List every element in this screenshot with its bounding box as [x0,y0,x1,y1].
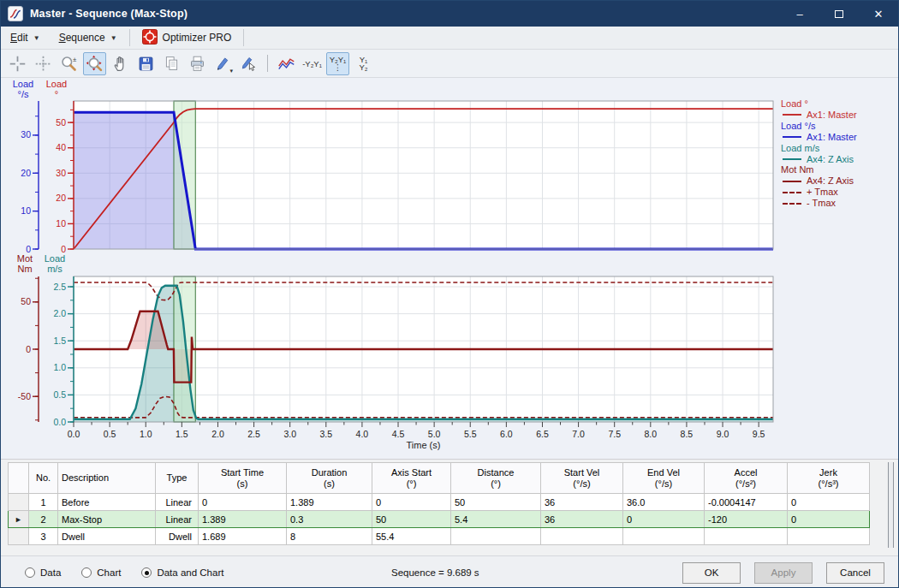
table-cell[interactable]: 1.689 [199,528,287,545]
legend-entry: + Tmax [781,187,857,198]
tracker-delta-icon[interactable] [32,52,55,75]
axis-title-load-s: Load°/s [7,80,39,99]
table-cell[interactable]: Linear [156,511,199,528]
table-cell[interactable]: 0 [788,511,870,528]
table-cell[interactable]: 2 [29,511,58,528]
column-header-duration[interactable]: Duration(s) [287,463,372,494]
column-header-start-vel[interactable]: Start Vel(°/s) [541,463,623,494]
axes-stacked-icon[interactable]: Y₂Y₁⋮ [326,52,349,75]
table-row[interactable]: 3DwellDwell1.689855.4 [9,528,870,545]
row-selector-cell[interactable]: ► [9,511,29,528]
table-cell[interactable]: Before [58,494,156,511]
table-cell[interactable] [623,528,705,545]
optimizer-pro-button[interactable]: Optimizer PRO [133,27,241,49]
table-cell[interactable]: 0 [372,494,451,511]
svg-text:3.5: 3.5 [319,429,332,439]
table-row[interactable]: ►2Max-StopLinear1.3890.3505.4360-1200 [9,511,870,528]
column-header-end-vel[interactable]: End Vel(°/s) [623,463,705,494]
ok-button[interactable]: OK [682,562,741,584]
axes-ratio-icon[interactable]: Y₁Y₂ [352,52,375,75]
legend-line-swatch [783,158,801,160]
table-cell[interactable]: Dwell [156,528,199,545]
print-icon[interactable] [186,52,209,75]
sequence-charts[interactable]: 0102030405001020300.00.51.01.52.02.5-500… [1,78,899,459]
menu-sequence[interactable]: Sequence▼ [50,27,127,49]
column-header-accel[interactable]: Accel(°/s²) [705,463,788,494]
table-cell[interactable]: 0 [623,511,705,528]
table-cell[interactable]: 50 [372,511,451,528]
table-cell[interactable]: 0 [199,494,287,511]
table-cell[interactable]: 1 [29,494,58,511]
column-header-description[interactable]: Description [58,463,156,494]
table-cell[interactable]: 36 [541,511,623,528]
legend-entry: Ax1: Master [781,132,857,143]
table-cell[interactable]: 36 [541,494,623,511]
table-cell[interactable]: 0.3 [287,511,372,528]
radio-button-icon [25,567,35,578]
axes-overlap-icon[interactable]: -Y₂Y₁ [301,52,324,75]
table-cell[interactable]: -0.0004147 [705,494,788,511]
radio-button-icon [81,567,92,578]
zoom-extents-icon[interactable] [83,52,106,75]
view-mode-radios: DataChartData and Chart [25,567,223,578]
column-header-axis-start[interactable]: Axis Start(°) [372,463,451,494]
table-cell[interactable]: 1.389 [287,494,372,511]
svg-text:Time (s): Time (s) [407,440,441,450]
table-cell[interactable] [788,528,870,545]
table-cell[interactable] [541,528,623,545]
radio-data[interactable]: Data [25,567,61,578]
sequence-table[interactable]: No.DescriptionTypeStart Time(s)Duration(… [8,462,870,545]
legend-dashed-line-swatch [783,192,801,193]
table-row[interactable]: 1BeforeLinear01.3890503636.0-0.00041470 [9,494,870,511]
maximize-button[interactable] [819,1,859,27]
menu-edit[interactable]: Edit▼ [1,27,50,49]
table-cell[interactable]: Dwell [58,528,156,545]
table-cell[interactable]: 3 [29,528,58,545]
apply-button[interactable]: Apply [754,562,813,584]
row-selector-cell[interactable] [9,494,29,511]
row-selector-cell[interactable] [9,528,29,545]
table-cell[interactable]: 36.0 [623,494,705,511]
overlay-charts-icon[interactable] [275,52,298,75]
column-header-type[interactable]: Type [156,463,199,494]
close-button[interactable]: ✕ [859,1,898,27]
table-cell[interactable]: 50 [451,494,541,511]
legend-entry: Ax4: Z Axis [781,154,857,165]
radio-chart[interactable]: Chart [81,567,121,578]
table-cell[interactable]: 1.389 [199,511,287,528]
optimizer-pro-label: Optimizer PRO [163,32,232,44]
radio-data-and-chart[interactable]: Data and Chart [141,567,223,578]
column-header-no-[interactable]: No. [29,463,58,494]
save-icon[interactable] [134,52,158,75]
zoom-mode-icon[interactable]: ± [57,52,80,75]
svg-text:40: 40 [56,142,66,152]
copy-icon[interactable] [160,52,183,75]
table-cell[interactable]: 8 [287,528,372,545]
table-cell[interactable]: 5.4 [451,511,541,528]
cancel-button[interactable]: Cancel [826,562,884,584]
table-scrollbar[interactable] [888,462,894,548]
column-header-distance[interactable]: Distance(°) [451,463,541,494]
table-cell[interactable]: 0 [788,494,870,511]
pan-icon[interactable] [109,52,132,75]
minimize-button[interactable]: – [780,1,819,27]
legend-line-swatch [783,181,801,182]
dialog-buttons: OKApplyCancel [682,562,884,584]
column-header-jerk[interactable]: Jerk(°/s³) [788,463,870,494]
tracker-icon[interactable] [6,52,29,75]
table-cell[interactable] [451,528,541,545]
table-cell[interactable]: Linear [156,494,199,511]
edit-pencil-icon[interactable]: ▾ [211,52,235,75]
table-cell[interactable]: -120 [705,511,788,528]
table-cell[interactable]: Max-Stop [58,511,156,528]
legend-entry: - Tmax [781,198,857,209]
svg-text:5.5: 5.5 [464,429,477,439]
table-cell[interactable]: 55.4 [372,528,451,545]
svg-text:0.5: 0.5 [104,429,116,439]
svg-text:2.5: 2.5 [247,429,260,439]
edit-pointer-icon[interactable] [237,52,260,75]
svg-text:50: 50 [56,117,66,128]
title-bar: Master - Sequence (Max-Stop) – ✕ [1,1,898,27]
column-header-start-time[interactable]: Start Time(s) [199,463,287,494]
table-cell[interactable] [705,528,788,545]
